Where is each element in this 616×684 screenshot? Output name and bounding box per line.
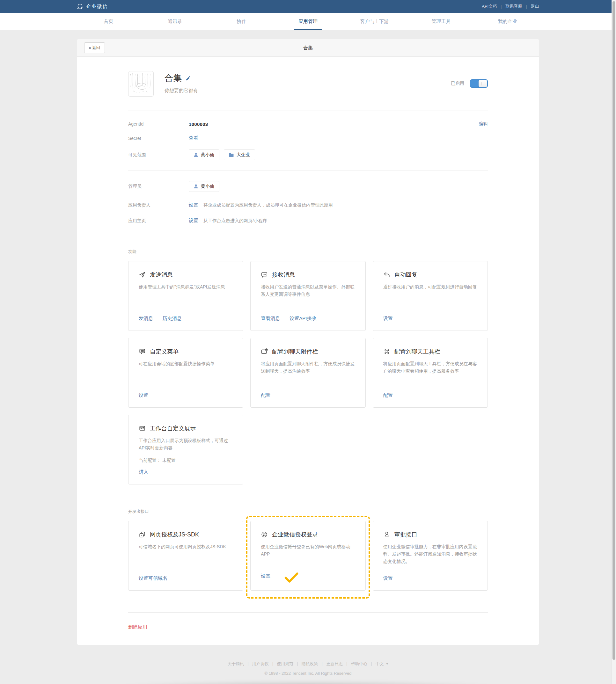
yellow-check-icon xyxy=(284,572,299,583)
divider xyxy=(128,612,488,613)
nav-item-my-company[interactable]: 我的企业 xyxy=(474,13,541,30)
features-section-title: 功能 xyxy=(128,249,488,255)
footer-link-about[interactable]: 关于腾讯 xyxy=(227,661,252,667)
feature-card-chat-toolbar: 配置到聊天工具栏 将应用页面配置到聊天工具栏，方便成员在与客户的聊天中查看和使用… xyxy=(373,338,488,408)
top-bar: 企业微信 API文档 | 联系客服 | 退出 xyxy=(0,0,616,13)
send-message-icon xyxy=(139,271,146,278)
chat-toolbar-config-link[interactable]: 配置 xyxy=(383,392,393,398)
logout-link[interactable]: 退出 xyxy=(531,3,539,9)
auto-reply-icon xyxy=(383,271,390,278)
app-avatar xyxy=(128,71,154,96)
visible-scope-dept-tag[interactable]: 大企业 xyxy=(224,150,255,160)
set-api-receive-link[interactable]: 设置API接收 xyxy=(289,316,316,322)
admin-user-tag[interactable]: 黄小仙 xyxy=(189,181,219,192)
card-desc: 通过接收用户的消息，可配置规则进行自动回复 xyxy=(383,283,477,310)
wecom-logo-icon xyxy=(77,3,84,10)
separator: | xyxy=(526,4,527,9)
secret-view-link[interactable]: 查看 xyxy=(189,135,198,141)
view-message-link[interactable]: 查看消息 xyxy=(261,316,280,322)
footer-link-privacy[interactable]: 隐私政策 xyxy=(302,661,326,667)
back-button[interactable]: « 返回 xyxy=(84,42,105,53)
auto-reply-set-link[interactable]: 设置 xyxy=(383,316,393,322)
brand-name: 企业微信 xyxy=(86,3,108,10)
nav-item-contacts[interactable]: 通讯录 xyxy=(142,13,208,30)
person-icon xyxy=(194,184,198,189)
folder-icon xyxy=(229,153,234,157)
approval-set-link[interactable]: 设置 xyxy=(383,575,393,582)
nav-item-admin-tools[interactable]: 管理工具 xyxy=(408,13,475,30)
app-homepage-set-link[interactable]: 设置 xyxy=(189,218,198,224)
card-title: 接收消息 xyxy=(272,271,295,278)
management-fields: 管理员 黄小仙 应用负责人 设置 将企业成员配置为应用负责人，成员即可在企业微信… xyxy=(128,171,488,234)
tag-label: 大企业 xyxy=(237,152,250,158)
visible-scope-user-tag[interactable]: 黄小仙 xyxy=(189,150,219,160)
card-title: 发送消息 xyxy=(150,271,173,278)
developer-section-title: 开发者接口 xyxy=(128,509,488,515)
edit-link[interactable]: 编辑 xyxy=(479,121,488,127)
card-desc: 使用企业微信帐号登录已有的Web网页或移动APP xyxy=(261,543,355,565)
app-header: 合集 你想要的它都有 已启用 xyxy=(128,71,488,96)
web-auth-jssdk-icon xyxy=(139,531,146,538)
card-title: 自动回复 xyxy=(394,271,417,278)
language-selector[interactable]: 中文 ▼ xyxy=(376,661,389,667)
card-desc: 将应用页面配置到聊天附件栏，方便成员快捷发送到聊天，提高沟通效率 xyxy=(261,360,355,387)
card-title: 网页授权及JS-SDK xyxy=(150,531,199,538)
chat-attachment-config-link[interactable]: 配置 xyxy=(261,392,270,398)
card-desc: 使用企业微信审批能力，在非审批应用内设置流程、发起审批。还能订阅通知消息，接收审… xyxy=(383,543,477,570)
set-trusted-domain-link[interactable]: 设置可信域名 xyxy=(139,575,168,582)
contact-support-link[interactable]: 联系客服 xyxy=(506,3,522,9)
app-subtitle: 你想要的它都有 xyxy=(164,88,198,94)
card-desc: 可在应用会话的底部配置快捷操作菜单 xyxy=(139,360,233,387)
status-label: 已启用 xyxy=(451,81,464,86)
toggle-knob xyxy=(479,80,487,87)
nav-item-home[interactable]: 首页 xyxy=(75,13,142,30)
dev-card-approval-api: 审批接口 使用企业微信审批能力，在非审批应用内设置流程、发起审批。还能订阅通知消… xyxy=(373,521,488,591)
app-enabled-toggle[interactable] xyxy=(470,79,488,88)
oauth-login-set-link[interactable]: 设置 xyxy=(261,573,270,579)
app-owner-label: 应用负责人 xyxy=(128,202,189,208)
card-title: 审批接口 xyxy=(394,531,417,538)
footer-link-help-center[interactable]: 帮助中心 xyxy=(351,661,375,667)
card-title: 工作台自定义展示 xyxy=(150,425,196,432)
language-label: 中文 xyxy=(376,661,384,667)
wecom-oauth-icon xyxy=(261,531,268,538)
visible-scope-label: 可见范围 xyxy=(128,152,189,158)
secret-label: Secret xyxy=(128,136,189,141)
chat-toolbar-icon xyxy=(383,348,390,355)
current-config-status: 当前配置： 未配置 xyxy=(139,458,233,463)
footer-link-usage-rules[interactable]: 使用规范 xyxy=(277,661,301,667)
tag-label: 黄小仙 xyxy=(201,184,214,189)
custom-menu-icon xyxy=(139,348,146,355)
receive-message-icon xyxy=(261,271,268,278)
custom-menu-set-link[interactable]: 设置 xyxy=(139,392,148,398)
send-message-link[interactable]: 发消息 xyxy=(139,316,153,322)
footer-link-user-agreement[interactable]: 用户协议 xyxy=(252,661,277,667)
workbench-enter-link[interactable]: 进入 xyxy=(139,469,148,475)
card-desc: 使用管理工具中的"消息群发"或API发送消息 xyxy=(139,283,233,310)
identity-fields: AgentId 1000003 编辑 Secret 查看 可见范围 黄小仙 xyxy=(128,111,488,170)
agent-id-value: 1000003 xyxy=(189,121,208,127)
approval-icon xyxy=(383,531,390,538)
developer-grid: 网页授权及JS-SDK 可信域名下的网页可使用网页授权及JS-SDK 设置可信域… xyxy=(128,521,488,591)
footer-link-changelog[interactable]: 更新日志 xyxy=(326,661,351,667)
api-doc-link[interactable]: API文档 xyxy=(482,3,497,9)
admin-label: 管理员 xyxy=(128,184,189,189)
scrollbar-track[interactable] xyxy=(612,0,616,684)
nav-item-customers[interactable]: 客户与上下游 xyxy=(341,13,408,30)
app-homepage-desc: 从工作台点击进入的网页/小程序 xyxy=(203,218,267,224)
feature-card-receive-message: 接收消息 接收用户发送的普通消息以及菜单操作、外部联系人变更回调等事件信息 查看… xyxy=(250,261,366,331)
nav-item-collaboration[interactable]: 协作 xyxy=(208,13,275,30)
delete-app-link[interactable]: 删除应用 xyxy=(128,624,147,630)
history-message-link[interactable]: 历史消息 xyxy=(162,316,182,322)
card-title: 配置到聊天工具栏 xyxy=(394,348,440,356)
scrollbar-thumb[interactable] xyxy=(613,1,615,660)
edit-name-icon[interactable] xyxy=(185,75,191,81)
card-title: 配置到聊天附件栏 xyxy=(272,348,318,356)
app-owner-desc: 将企业成员配置为应用负责人，成员即可在企业微信内管理此应用 xyxy=(203,202,333,208)
app-owner-set-link[interactable]: 设置 xyxy=(189,202,198,208)
card-title: 自定义菜单 xyxy=(150,348,179,356)
nav-item-app-management[interactable]: 应用管理 xyxy=(275,13,342,30)
tag-label: 黄小仙 xyxy=(201,152,214,158)
agent-id-label: AgentId xyxy=(128,121,189,127)
chat-attachment-icon xyxy=(261,348,268,355)
